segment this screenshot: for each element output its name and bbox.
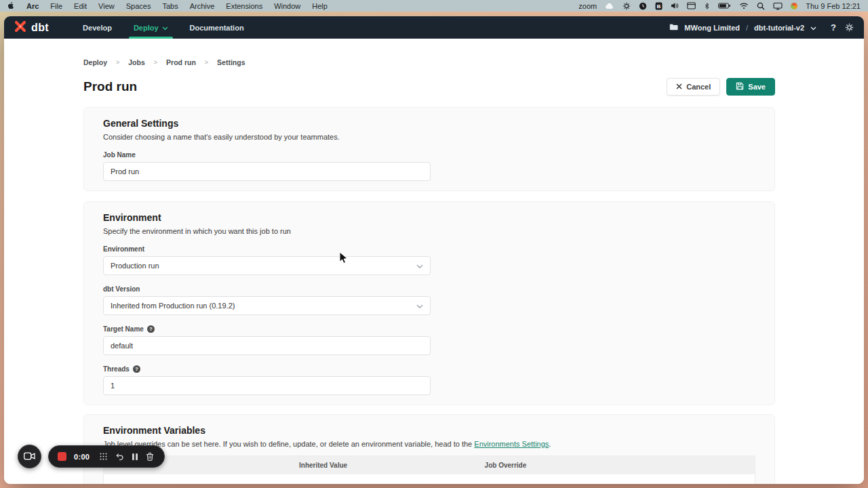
nav-item-deploy[interactable]: Deploy [123,16,179,39]
settings-gear-icon[interactable] [845,23,854,32]
clock-status-icon[interactable] [639,2,647,10]
nav-item-documentation[interactable]: Documentation [179,16,255,39]
general-settings-heading: General Settings [103,118,755,129]
account-project-separator: / [746,24,748,32]
account-name[interactable]: MWong Limited [684,24,740,32]
job-name-field-group: Job Name [103,151,755,181]
macos-menubar: Arc File Edit View Spaces Tabs Archive E… [0,0,868,12]
dbt-logo-text: dbt [31,22,49,34]
svg-text:B: B [657,3,661,9]
help-icon[interactable]: ? [831,22,836,33]
target-name-input[interactable] [103,336,431,355]
breadcrumb-separator: > [116,59,119,66]
search-icon[interactable] [757,2,765,10]
dbt-version-select-label: dbt Version [103,285,755,293]
dbt-version-field-group: dbt Version Inherited from Production ru… [103,285,755,315]
discard-recording-trash-icon[interactable] [146,452,154,461]
volume-icon[interactable] [671,2,679,9]
threads-input[interactable] [103,376,431,395]
bluetooth-icon[interactable] [704,2,710,10]
pause-recording-icon[interactable] [132,453,138,461]
save-floppy-icon [736,82,744,92]
table-header-row: Inherited Value Job Override [104,456,755,474]
dbt-cloud-window: dbt Develop Deploy Documentation [4,16,864,484]
window-status-icon[interactable] [687,2,696,9]
project-name[interactable]: dbt-tutorial-v2 [754,24,804,32]
recording-timer: 0:00 [74,453,90,461]
cancel-button[interactable]: Cancel [667,78,720,96]
breadcrumb-settings[interactable]: Settings [217,58,245,66]
general-settings-description: Consider choosing a name that's easily u… [103,133,755,141]
menubar-item-edit[interactable]: Edit [74,2,87,10]
menubar-left: Arc File Edit View Spaces Tabs Archive E… [7,1,328,10]
environment-card: Environment Specify the environment in w… [83,201,775,405]
breadcrumb: Deploy > Jobs > Prod run > Settings [83,39,775,66]
table-row [104,474,755,484]
video-camera-icon [24,451,35,463]
general-settings-card: General Settings Consider choosing a nam… [83,107,775,191]
environment-select[interactable]: Production run [103,256,431,275]
project-chevron-down-icon[interactable] [810,24,816,32]
menubar-app-name[interactable]: Arc [26,2,39,10]
breadcrumb-separator: > [205,59,208,66]
threads-label: Threads ? [103,365,755,373]
dbt-version-select[interactable]: Inherited from Production run (0.19.2) [103,296,431,315]
save-button[interactable]: Save [726,78,775,96]
nav-right: MWong Limited / dbt-tutorial-v2 ? [669,22,854,33]
environment-variables-description: Job level overrides can be set here. If … [103,440,755,448]
environment-field-group: Environment Production run [103,245,755,275]
menubar-item-tabs[interactable]: Tabs [162,2,178,10]
threads-field-group: Threads ? [103,365,755,395]
breadcrumb-separator: > [154,59,157,66]
menubar-item-file[interactable]: File [50,2,62,10]
environment-variables-heading: Environment Variables [103,425,755,436]
dbt-logo[interactable]: dbt [14,20,49,35]
breadcrumb-prod-run[interactable]: Prod run [166,58,196,66]
recording-toolbar: 0:00 [48,445,165,468]
target-name-help-icon[interactable]: ? [147,325,155,333]
folder-icon [669,23,678,32]
menubar-item-extensions[interactable]: Extensions [226,2,262,10]
job-name-input[interactable] [103,162,431,181]
page-actions: Cancel Save [667,78,775,96]
breadcrumb-jobs[interactable]: Jobs [128,58,145,66]
title-row: Prod run Cancel Save [83,78,775,96]
menubar-item-view[interactable]: View [98,2,115,10]
chevron-down-icon [162,24,168,32]
table-header-inherited-value: Inherited Value [299,462,485,469]
chevron-down-icon [416,302,423,310]
target-name-field-group: Target Name ? [103,325,755,355]
menubar-clock[interactable]: Thu 9 Feb 12:21 [806,2,861,10]
apple-icon[interactable] [7,1,15,10]
menubar-item-help[interactable]: Help [312,2,328,10]
close-icon [676,83,682,91]
nav-menu: Develop Deploy Documentation [72,16,255,39]
dbt-top-nav: dbt Develop Deploy Documentation [4,16,864,39]
cloud-icon[interactable] [605,2,614,9]
menubar-item-window[interactable]: Window [274,2,300,10]
recording-status-dot-icon[interactable] [791,3,797,9]
app-b-icon[interactable]: B [655,2,663,10]
page-title: Prod run [83,79,137,94]
restart-recording-icon[interactable] [115,452,124,461]
menubar-item-archive[interactable]: Archive [190,2,215,10]
target-name-label: Target Name ? [103,325,755,333]
gear-status-icon[interactable] [623,2,631,10]
breadcrumb-deploy[interactable]: Deploy [83,58,107,66]
environment-heading: Environment [103,212,755,223]
threads-help-icon[interactable]: ? [133,365,140,373]
display-icon[interactable] [773,2,783,10]
zoom-menu-item[interactable]: zoom [578,2,597,10]
stop-recording-button[interactable] [58,452,66,461]
environments-settings-link[interactable]: Environments Settings [474,440,549,448]
environment-variables-card: Environment Variables Job level override… [83,414,775,484]
wifi-icon[interactable] [739,2,749,9]
dbt-logo-mark-icon [14,20,26,35]
battery-icon[interactable] [718,2,731,9]
chevron-down-icon [416,262,423,270]
nav-item-develop[interactable]: Develop [72,16,123,39]
cursor-effects-icon[interactable] [99,452,108,461]
camera-toggle-button[interactable] [18,445,41,468]
menubar-item-spaces[interactable]: Spaces [126,2,151,10]
environment-description: Specify the environment in which you wan… [103,227,755,235]
